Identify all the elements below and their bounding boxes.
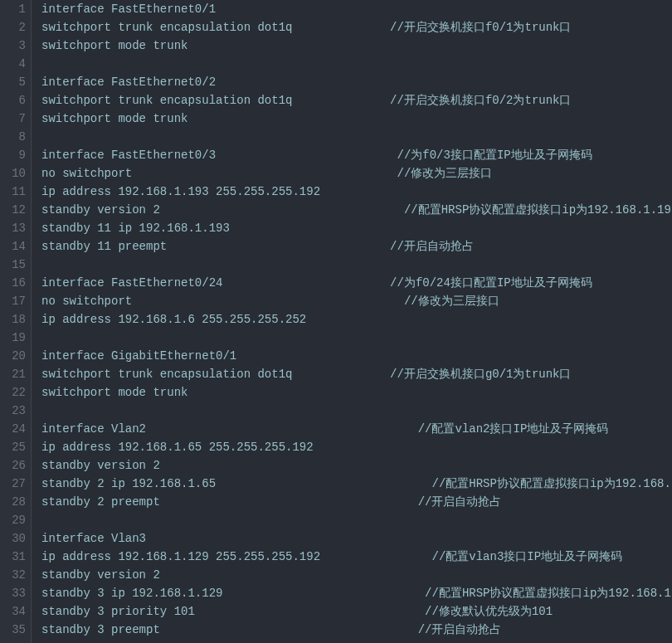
code-comment: //开启自动抢占 bbox=[418, 623, 502, 636]
spacing bbox=[160, 203, 404, 217]
code-line: switchport trunk encapsulation dot1q //开… bbox=[41, 365, 672, 383]
spacing bbox=[160, 495, 418, 509]
code-line: standby 2 preempt //开启自动抢占 bbox=[41, 493, 672, 511]
code-line: standby 3 priority 101 //修改默认优先级为101 bbox=[41, 602, 672, 621]
line-number: 22 bbox=[2, 383, 26, 402]
code-command: standby version 2 bbox=[41, 568, 160, 582]
line-number: 17 bbox=[2, 292, 26, 310]
code-line: switchport mode trunk bbox=[41, 383, 672, 402]
line-number: 6 bbox=[2, 91, 26, 110]
code-line bbox=[41, 55, 672, 73]
line-number: 18 bbox=[2, 310, 26, 329]
line-number: 24 bbox=[2, 420, 26, 438]
code-command: standby 3 priority 101 bbox=[41, 605, 195, 618]
code-command: switchport trunk encapsulation dot1q bbox=[41, 368, 292, 381]
code-command: interface Vlan3 bbox=[41, 532, 146, 545]
code-line: interface FastEthernet0/3 //为f0/3接口配置IP地… bbox=[41, 146, 672, 164]
code-command: switchport mode trunk bbox=[41, 112, 187, 125]
line-number: 14 bbox=[2, 237, 26, 256]
code-command: switchport mode trunk bbox=[41, 39, 187, 52]
line-number: 25 bbox=[2, 438, 26, 456]
spacing bbox=[320, 550, 431, 563]
code-line: interface FastEthernet0/2 bbox=[41, 73, 672, 91]
line-number: 26 bbox=[2, 456, 26, 475]
line-number: 31 bbox=[2, 548, 26, 566]
line-number: 28 bbox=[2, 493, 26, 511]
code-area[interactable]: interface FastEthernet0/1switchport trun… bbox=[32, 0, 672, 643]
spacing bbox=[292, 21, 390, 34]
code-comment: //配置HRSP协议配置虚拟接口ip为192.168.1.193 bbox=[404, 203, 672, 217]
line-number: 27 bbox=[2, 475, 26, 493]
code-line: interface Vlan2 //配置vlan2接口IP地址及子网掩码 bbox=[41, 420, 672, 438]
code-command: standby 2 ip 192.168.1.65 bbox=[41, 477, 216, 490]
code-command: standby 11 preempt bbox=[41, 240, 167, 253]
code-command: interface Vlan2 bbox=[41, 422, 146, 436]
code-comment: //配置vlan3接口IP地址及子网掩码 bbox=[431, 550, 622, 563]
spacing bbox=[222, 276, 390, 290]
code-command: standby version 2 bbox=[41, 459, 160, 472]
line-number: 16 bbox=[2, 274, 26, 292]
line-number: 33 bbox=[2, 584, 26, 602]
spacing bbox=[292, 94, 390, 107]
code-line: ip address 192.168.1.193 255.255.255.192 bbox=[41, 183, 672, 201]
code-line: switchport trunk encapsulation dot1q //开… bbox=[41, 18, 672, 37]
code-comment: //开启自动抢占 bbox=[418, 495, 502, 509]
code-command: switchport trunk encapsulation dot1q bbox=[41, 94, 292, 107]
code-line: no switchport //修改为三层接口 bbox=[41, 292, 672, 310]
code-comment: //配置HRSP协议配置虚拟接口ip为192.168.1.129 bbox=[425, 587, 672, 600]
code-line: interface FastEthernet0/1 bbox=[41, 0, 672, 18]
code-line: standby 3 preempt //开启自动抢占 bbox=[41, 621, 672, 639]
code-command: no switchport bbox=[41, 295, 132, 308]
code-line: standby 2 ip 192.168.1.65 //配置HRSP协议配置虚拟… bbox=[41, 475, 672, 493]
line-number: 10 bbox=[2, 164, 26, 183]
code-line: switchport mode trunk bbox=[41, 37, 672, 55]
line-number: 21 bbox=[2, 365, 26, 383]
code-command: standby 11 ip 192.168.1.193 bbox=[41, 222, 230, 235]
code-line: standby 3 ip 192.168.1.129 //配置HRSP协议配置虚… bbox=[41, 584, 672, 602]
code-command: interface GigabitEthernet0/1 bbox=[41, 349, 236, 363]
spacing bbox=[146, 422, 418, 436]
line-number: 35 bbox=[2, 621, 26, 639]
code-comment: //为f0/24接口配置IP地址及子网掩码 bbox=[390, 276, 592, 290]
spacing bbox=[195, 605, 425, 618]
code-line: interface Vlan3 bbox=[41, 529, 672, 548]
line-number: 8 bbox=[2, 128, 26, 146]
line-number: 30 bbox=[2, 529, 26, 548]
spacing bbox=[216, 149, 397, 162]
code-command: ip address 192.168.1.193 255.255.255.192 bbox=[41, 185, 320, 198]
line-number: 13 bbox=[2, 219, 26, 237]
code-line: switchport trunk encapsulation dot1q //开… bbox=[41, 91, 672, 110]
spacing bbox=[167, 240, 390, 253]
line-number: 23 bbox=[2, 402, 26, 420]
line-number: 11 bbox=[2, 183, 26, 201]
code-command: standby 2 preempt bbox=[41, 495, 160, 509]
line-number: 2 bbox=[2, 18, 26, 37]
spacing bbox=[222, 587, 425, 600]
code-line: interface GigabitEthernet0/1 bbox=[41, 347, 672, 365]
code-comment: //配置vlan2接口IP地址及子网掩码 bbox=[418, 422, 609, 436]
code-command: interface FastEthernet0/3 bbox=[41, 149, 216, 162]
spacing bbox=[132, 295, 404, 308]
line-number: 19 bbox=[2, 329, 26, 347]
spacing bbox=[292, 368, 390, 381]
line-number: 9 bbox=[2, 146, 26, 164]
code-editor: 1234567891011121314151617181920212223242… bbox=[0, 0, 672, 643]
code-command: ip address 192.168.1.6 255.255.255.252 bbox=[41, 313, 306, 326]
code-line: standby version 2 //配置HRSP协议配置虚拟接口ip为192… bbox=[41, 201, 672, 219]
code-line: switchport mode trunk bbox=[41, 110, 672, 128]
code-line bbox=[41, 511, 672, 529]
line-number-gutter: 1234567891011121314151617181920212223242… bbox=[0, 0, 32, 643]
code-command: standby version 2 bbox=[41, 203, 160, 217]
line-number: 20 bbox=[2, 347, 26, 365]
code-comment: //开启自动抢占 bbox=[390, 240, 474, 253]
line-number: 15 bbox=[2, 256, 26, 274]
code-line: standby 11 ip 192.168.1.193 bbox=[41, 219, 672, 237]
code-comment: //开启交换机接口g0/1为trunk口 bbox=[390, 368, 571, 381]
code-line bbox=[41, 329, 672, 347]
code-command: interface FastEthernet0/24 bbox=[41, 276, 222, 290]
code-command: ip address 192.168.1.129 255.255.255.192 bbox=[41, 550, 320, 563]
code-comment: //开启交换机接口f0/1为trunk口 bbox=[390, 21, 571, 34]
code-comment: //配置HRSP协议配置虚拟接口ip为192.168.1.65 bbox=[432, 477, 673, 490]
code-command: no switchport bbox=[41, 167, 132, 180]
code-line: ip address 192.168.1.129 255.255.255.192… bbox=[41, 548, 672, 566]
